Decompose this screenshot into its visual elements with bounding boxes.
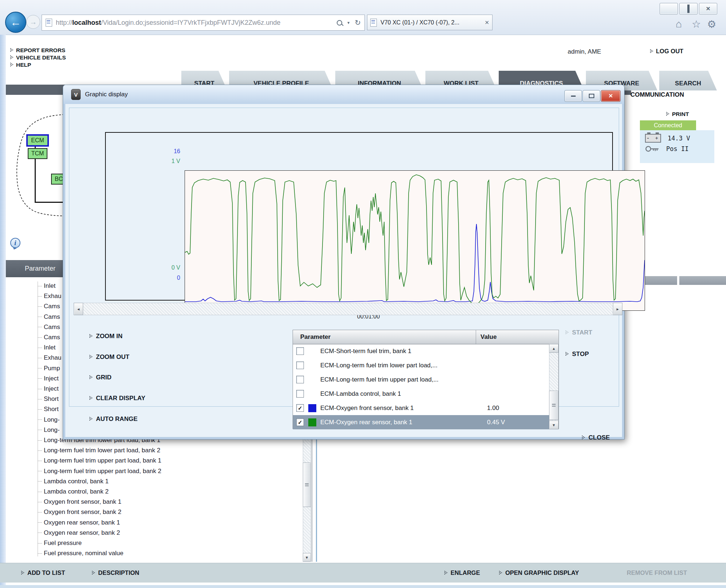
description-button[interactable]: DESCRIPTION [92, 563, 139, 583]
table-row[interactable]: ECM-Lambda control, bank 1 [293, 387, 549, 401]
tab-close-icon[interactable]: ✕ [484, 19, 489, 26]
print-button[interactable]: PRINT [666, 111, 689, 117]
enlarge-button[interactable]: ENLARGE [444, 563, 480, 583]
refresh-icon[interactable]: ↻ [355, 18, 361, 27]
window-maximize-button[interactable] [679, 3, 698, 15]
browser-tab[interactable]: V70 XC (01-) / XC70 (-07), 2... ✕ [367, 15, 493, 30]
list-item[interactable]: Lambda control, bank 1 [38, 476, 308, 487]
checkbox[interactable] [296, 347, 304, 355]
url-text[interactable]: http://localhost/Vida/Login.do;jsessioni… [56, 19, 337, 27]
chart-hscrollbar: ◄ ► [74, 303, 622, 315]
parameter-value: 0.45 V [487, 419, 549, 426]
values-table-header [679, 276, 726, 285]
grid-button[interactable]: GRID [89, 374, 112, 381]
series-color-swatch [308, 361, 316, 370]
open-graphic-display-button[interactable]: OPEN GRAPHIC DISPLAY [499, 563, 579, 583]
table-scroll-down-button[interactable]: ▼ [549, 421, 559, 429]
list-item[interactable]: Long-term fuel trim upper part load, ban… [38, 456, 308, 466]
checkbox[interactable]: ✓ [296, 404, 304, 412]
dialog-title-bar[interactable]: V Graphic display ✕ [63, 85, 624, 104]
checkbox[interactable]: ✓ [296, 418, 304, 426]
parameter-value: 1.00 [487, 405, 549, 412]
table-scroll-up-button[interactable]: ▲ [549, 344, 559, 353]
link-arrow-icon [10, 63, 13, 67]
log-out-button[interactable]: LOG OUT [650, 48, 683, 55]
table-row[interactable]: ECM-Long-term fuel trim lower part load,… [293, 358, 549, 372]
checkbox[interactable] [296, 390, 304, 398]
ignition-position: Pos II [666, 145, 688, 152]
parameter-label: ECM-Lambda control, bank 1 [320, 390, 487, 398]
search-icon[interactable] [337, 20, 342, 26]
window-close-button[interactable]: ✕ [699, 3, 717, 15]
favorites-star-icon[interactable]: ☆ [692, 18, 701, 30]
list-item[interactable]: Oxygen rear sensor, bank 1 [38, 518, 308, 528]
checkbox[interactable] [296, 361, 304, 369]
list-item[interactable]: Long-term fuel trim upper part load, ban… [38, 466, 308, 476]
add-to-list-button[interactable]: ADD TO LIST [21, 563, 65, 583]
list-item[interactable]: Oxygen rear sensor, bank 2 [38, 528, 308, 538]
chart-scroll-right-button[interactable]: ► [613, 303, 622, 315]
remove-from-list-button: REMOVE FROM LIST [627, 563, 687, 583]
series-color-swatch [308, 376, 316, 384]
start-button: START [565, 329, 592, 336]
chevron-down-icon[interactable]: ▼ [347, 21, 350, 25]
info-icon[interactable]: i [10, 238, 20, 248]
list-item[interactable]: Lambda control, bank 2 [38, 487, 308, 497]
dialog-maximize-button[interactable] [583, 90, 600, 102]
auto-range-button[interactable]: AUTO RANGE [89, 415, 138, 423]
page-left-border [0, 35, 6, 588]
graphic-display-dialog: V Graphic display ✕ 16 1 V 0 V 0 [63, 85, 625, 440]
chart-hscrollbar-track[interactable] [74, 303, 622, 315]
browser-chrome: ✕ ← → http://localhost/Vida/Login.do;jse… [0, 0, 726, 35]
dialog-close-button[interactable]: ✕ [601, 90, 621, 102]
page-favicon [46, 19, 52, 27]
window-minimize-button[interactable] [660, 3, 678, 15]
tab-search[interactable]: SEARCH [659, 71, 717, 90]
tree-scroll-down-button[interactable]: ▼ [303, 553, 311, 562]
tcm-module-node[interactable]: TCM [28, 148, 47, 159]
communication-heading: COMMUNICATION [630, 91, 684, 98]
browser-back-button[interactable]: ← [5, 12, 26, 33]
table-header: Parameter Value [293, 330, 559, 344]
link-arrow-icon [565, 330, 569, 335]
dialog-minimize-button[interactable] [564, 90, 582, 102]
home-icon[interactable]: ⌂ [676, 18, 682, 30]
chart-scroll-left-button[interactable]: ◄ [74, 303, 83, 315]
close-icon: ✕ [609, 93, 613, 99]
battery-voltage: 14.3 V [668, 135, 690, 142]
ecm-module-node[interactable]: ECM [26, 134, 49, 147]
link-arrow-icon [92, 571, 95, 575]
parameter-label: ECM-Long-term fuel trim lower part load,… [320, 362, 487, 369]
vehicle-details-link[interactable]: VEHICLE DETAILS [10, 54, 66, 61]
help-link[interactable]: HELP [10, 62, 31, 68]
close-dialog-button[interactable]: CLOSE [582, 434, 610, 441]
vida-application-window: ✕ ← → http://localhost/Vida/Login.do;jse… [0, 0, 726, 588]
address-bar[interactable]: http://localhost/Vida/Login.do;jsessioni… [42, 15, 365, 31]
stop-button[interactable]: STOP [565, 351, 589, 358]
back-arrow-icon: ← [10, 16, 21, 28]
series-color-swatch [308, 347, 316, 355]
table-scrollbar-thumb[interactable] [549, 391, 559, 420]
clear-display-button[interactable]: CLEAR DISPLAY [89, 395, 145, 402]
dialog-parameter-table: Parameter Value ECM-Short-term fuel trim… [293, 330, 559, 429]
chart-frame: 16 1 V 0 V 0 00:01:00 [105, 132, 613, 301]
list-item[interactable]: Fuel pressure, nominal value [38, 548, 308, 558]
key-icon [645, 145, 660, 153]
table-row[interactable]: ECM-Short-term fuel trim, bank 1 [293, 344, 549, 358]
dialog-title: Graphic display [85, 91, 128, 98]
checkbox[interactable] [296, 376, 304, 383]
list-item[interactable]: Oxygen front sensor, bank 1 [38, 497, 308, 507]
list-item[interactable]: Oxygen front sensor, bank 2 [38, 507, 308, 517]
list-item[interactable]: Fuel pressure [38, 538, 308, 548]
table-row-selected[interactable]: ✓ ECM-Oxygen rear sensor, bank 1 0.45 V [293, 415, 549, 429]
zoom-in-button[interactable]: ZOOM IN [89, 333, 123, 340]
settings-gear-icon[interactable]: ⚙ [707, 18, 716, 30]
browser-forward-button[interactable]: → [26, 15, 40, 29]
scroll-down-icon: ▼ [305, 556, 309, 560]
report-errors-link[interactable]: REPORT ERRORS [10, 47, 65, 54]
zoom-out-button[interactable]: ZOOM OUT [89, 353, 130, 361]
table-row[interactable]: ✓ ECM-Oxygen front sensor, bank 1 1.00 [293, 401, 549, 415]
tree-scrollbar-thumb[interactable] [303, 463, 311, 507]
list-item[interactable]: Long-term fuel trim lower part load, ban… [38, 445, 308, 456]
table-row[interactable]: ECM-Long-term fuel trim upper part load,… [293, 372, 549, 387]
